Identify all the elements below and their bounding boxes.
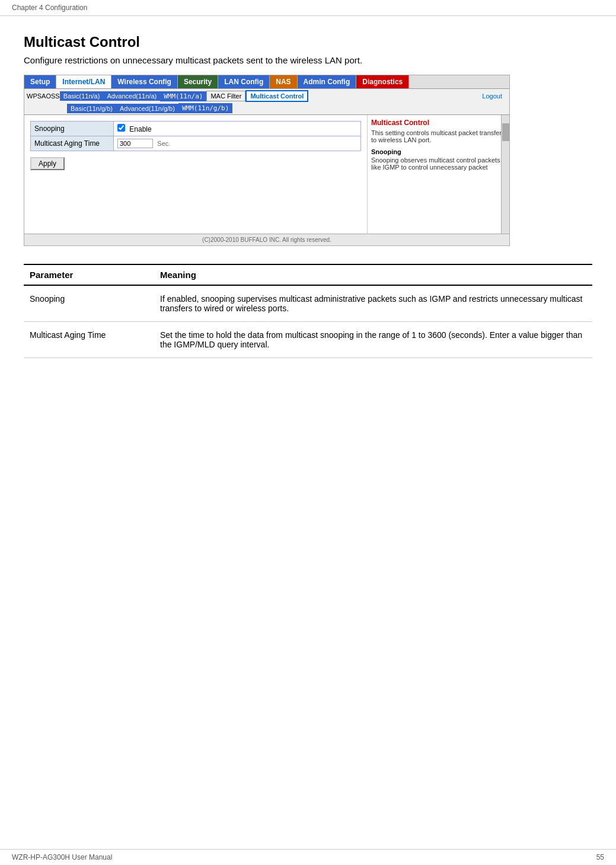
page-title: Multicast Control xyxy=(24,34,592,50)
nav-wmm-11na[interactable]: WMM(11n/a) xyxy=(160,91,206,101)
meaning-aging-time: Set the time to hold the data from multi… xyxy=(154,322,592,358)
nav-logout[interactable]: Logout xyxy=(477,91,507,101)
chapter-title: Chapter 4 Configuration xyxy=(12,4,87,12)
help-content: Multicast Control This setting controls … xyxy=(368,115,509,179)
nav-aoss[interactable]: AOSS xyxy=(42,92,60,100)
snooping-enable-label: Enable xyxy=(129,125,151,133)
scrollbar[interactable] xyxy=(501,115,509,234)
tab-nas[interactable]: NAS xyxy=(270,75,297,88)
tab-lan-config[interactable]: LAN Config xyxy=(218,75,270,88)
nav-advanced-11na[interactable]: Advanced(11n/a) xyxy=(103,91,160,101)
router-footer: (C)2000-2010 BUFFALO INC. All rights res… xyxy=(24,234,509,245)
footer-left: WZR-HP-AG300H User Manual xyxy=(12,853,112,861)
second-nav-row1: WPS AOSS Basic(11n/a) Advanced(11n/a) WM… xyxy=(27,90,507,102)
page-footer: WZR-HP-AG300H User Manual 55 xyxy=(0,849,616,865)
page-subtitle: Configure restrictions on unnecessary mu… xyxy=(24,55,592,65)
nav-wps[interactable]: WPS xyxy=(27,92,42,100)
second-nav: WPS AOSS Basic(11n/a) Advanced(11n/a) WM… xyxy=(24,89,509,115)
scrollbar-thumb xyxy=(502,123,509,141)
meaning-snooping: If enabled, snooping supervises multicas… xyxy=(154,285,592,322)
tab-security[interactable]: Security xyxy=(178,75,218,88)
param-table: Parameter Meaning Snooping If enabled, s… xyxy=(24,264,592,358)
chapter-header: Chapter 4 Configuration xyxy=(0,0,616,16)
form-row-snooping: Snooping Enable xyxy=(31,122,361,136)
form-table: Snooping Enable Multicast Aging Time Sec… xyxy=(30,121,361,151)
nav-mac-filter[interactable]: MAC Filter xyxy=(206,91,245,101)
snooping-value: Enable xyxy=(114,122,361,136)
second-nav-row2: Basic(11n/g/b) Advanced(11n/g/b) WMM(11n… xyxy=(27,103,507,113)
aging-time-label: Multicast Aging Time xyxy=(31,136,114,151)
router-form-area: Snooping Enable Multicast Aging Time Sec… xyxy=(24,115,367,234)
form-row-aging-time: Multicast Aging Time Sec. xyxy=(31,136,361,151)
top-nav: Setup Internet/LAN Wireless Config Secur… xyxy=(24,75,509,89)
nav-basic-11ngb[interactable]: Basic(11n/g/b) xyxy=(67,104,116,113)
router-ui-screenshot: Setup Internet/LAN Wireless Config Secur… xyxy=(24,75,510,246)
router-help-panel: Multicast Control This setting controls … xyxy=(367,115,509,234)
tab-wireless-config[interactable]: Wireless Config xyxy=(111,75,178,88)
help-intro: This setting controls multicast packet t… xyxy=(371,129,506,143)
aging-time-input[interactable] xyxy=(117,139,153,148)
tab-diagnostics[interactable]: Diagnostics xyxy=(356,75,409,88)
param-table-header: Parameter Meaning xyxy=(24,264,592,285)
main-content: Multicast Control Configure restrictions… xyxy=(0,16,616,370)
tab-admin-config[interactable]: Admin Config xyxy=(298,75,357,88)
aging-time-unit: Sec. xyxy=(157,140,170,147)
router-body: Snooping Enable Multicast Aging Time Sec… xyxy=(24,115,509,234)
apply-button[interactable]: Apply xyxy=(30,157,65,170)
table-row: Snooping If enabled, snooping supervises… xyxy=(24,285,592,322)
snooping-label: Snooping xyxy=(31,122,114,136)
help-title: Multicast Control xyxy=(371,119,506,127)
nav-advanced-11ngb[interactable]: Advanced(11n/g/b) xyxy=(116,104,178,113)
nav-wmm-11ngb[interactable]: WMM(11n/g/b) xyxy=(178,103,232,113)
help-snooping-title: Snooping xyxy=(371,148,506,155)
tab-internet-lan[interactable]: Internet/LAN xyxy=(56,75,111,88)
aging-time-value: Sec. xyxy=(114,136,361,151)
nav-basic-11na[interactable]: Basic(11n/a) xyxy=(60,91,104,101)
help-snooping-text: Snooping observes multicast control pack… xyxy=(371,157,506,171)
tab-setup[interactable]: Setup xyxy=(24,75,56,88)
table-row: Multicast Aging Time Set the time to hol… xyxy=(24,322,592,358)
snooping-checkbox[interactable] xyxy=(117,124,125,132)
footer-right: 55 xyxy=(596,853,604,861)
param-aging-time: Multicast Aging Time xyxy=(24,322,154,358)
param-snooping: Snooping xyxy=(24,285,154,322)
meaning-col-header: Meaning xyxy=(154,264,592,285)
nav-multicast-control[interactable]: Multicast Control xyxy=(245,90,308,102)
param-col-header: Parameter xyxy=(24,264,154,285)
